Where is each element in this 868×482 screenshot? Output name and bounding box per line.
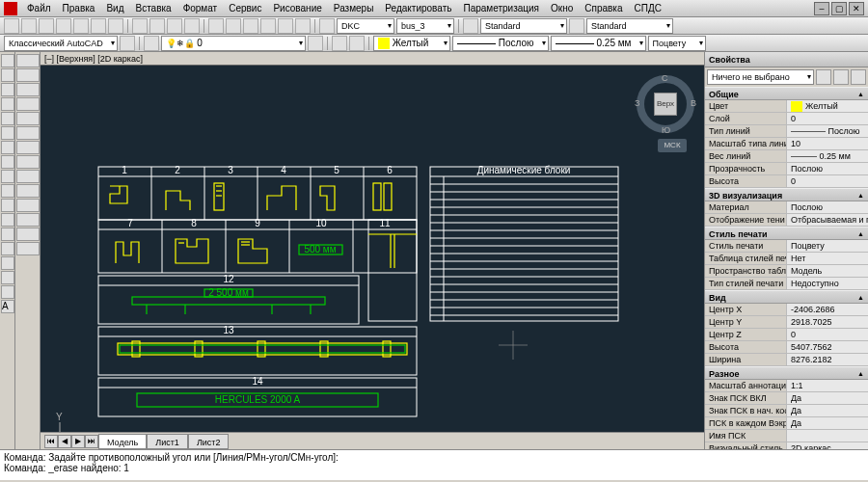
trim-tool[interactable]: [16, 141, 40, 154]
property-value[interactable]: Послою: [787, 163, 868, 174]
arc-tool[interactable]: [1, 97, 14, 111]
toolbar-button[interactable]: [184, 18, 200, 34]
tool[interactable]: [1, 242, 14, 255]
property-row[interactable]: Знак ПСК ВКЛДа: [705, 392, 868, 405]
property-value[interactable]: Модель: [787, 265, 868, 277]
toolbar-button[interactable]: [21, 18, 37, 34]
property-value[interactable]: Желтый: [787, 100, 868, 112]
menu-item[interactable]: Файл: [21, 3, 57, 13]
property-value[interactable]: 5407.7562: [787, 341, 868, 353]
property-value[interactable]: Да: [787, 417, 868, 429]
close-button[interactable]: ✕: [849, 2, 864, 15]
menu-item[interactable]: СПДС: [629, 3, 667, 13]
mtext-tool[interactable]: A: [1, 300, 14, 313]
property-row[interactable]: Тип линий———— Послою: [705, 125, 868, 138]
tool[interactable]: [1, 285, 14, 299]
property-value[interactable]: -2406.2686: [787, 304, 868, 315]
toolbar-button[interactable]: [463, 18, 478, 34]
property-value[interactable]: 10: [787, 138, 868, 149]
property-value[interactable]: Недоступно: [787, 278, 868, 289]
property-group-header[interactable]: Стиль печати: [705, 227, 868, 240]
tab-prev[interactable]: ◀: [58, 435, 71, 448]
color-dropdown[interactable]: Желтый: [373, 36, 450, 51]
toolbar-button[interactable]: [278, 18, 293, 34]
explode-tool[interactable]: [16, 228, 40, 241]
property-value[interactable]: Послою: [787, 201, 868, 213]
plotstyle-dropdown[interactable]: Поцвету: [648, 36, 706, 51]
property-row[interactable]: Отображение тениОтбрасываемая и прини...: [705, 214, 868, 227]
property-row[interactable]: Высота0: [705, 175, 868, 188]
property-row[interactable]: Ширина8276.2182: [705, 354, 868, 366]
property-row[interactable]: Таблица стилей печатиНет: [705, 253, 868, 265]
menu-item[interactable]: Правка: [57, 3, 101, 13]
property-value[interactable]: 0: [787, 175, 868, 187]
property-value[interactable]: ——— 0.25 мм: [787, 150, 868, 162]
property-row[interactable]: Вес линий——— 0.25 мм: [705, 150, 868, 163]
property-row[interactable]: Масштаб аннотаций1:1: [705, 380, 868, 392]
property-value[interactable]: Поцвету: [787, 240, 868, 252]
property-value[interactable]: ———— Послою: [787, 125, 868, 137]
block-tool[interactable]: [1, 199, 14, 212]
toolbar-button[interactable]: [208, 18, 224, 34]
menu-item[interactable]: Вид: [100, 3, 129, 13]
property-value[interactable]: 2918.7025: [787, 316, 868, 328]
rotate-tool[interactable]: [16, 83, 40, 96]
circle-tool[interactable]: [1, 83, 14, 96]
layer-dropdown[interactable]: 💡❄🔒 0: [161, 36, 306, 51]
toolbar-button[interactable]: [167, 18, 182, 34]
property-row[interactable]: МатериалПослою: [705, 201, 868, 214]
tool[interactable]: [1, 271, 14, 284]
linetype-dropdown[interactable]: Послою: [452, 36, 549, 51]
property-row[interactable]: Центр Z0: [705, 329, 868, 341]
tab-model[interactable]: Модель: [98, 434, 147, 449]
fillet-tool[interactable]: [16, 199, 40, 212]
property-row[interactable]: Слой0: [705, 113, 868, 125]
workspace-dropdown[interactable]: Классический AutoCAD: [4, 36, 118, 51]
text-tool[interactable]: [1, 184, 14, 198]
stretch-tool[interactable]: [16, 184, 40, 198]
menu-item[interactable]: Окно: [545, 3, 579, 13]
point-tool[interactable]: [1, 170, 14, 183]
property-row[interactable]: Тип стилей печатиНедоступно: [705, 278, 868, 290]
toolbar-button[interactable]: [132, 18, 148, 34]
toolbar-button[interactable]: [349, 36, 365, 51]
property-value[interactable]: [787, 430, 868, 442]
chamfer-tool[interactable]: [16, 213, 40, 227]
toolbar-button[interactable]: [73, 18, 89, 34]
tab-last[interactable]: ⏭: [85, 435, 98, 448]
tab-layout1[interactable]: Лист1: [147, 434, 188, 449]
quickselect-button[interactable]: [816, 69, 831, 85]
property-group-header[interactable]: Общие: [705, 87, 868, 100]
property-group-header[interactable]: 3D визуализация: [705, 188, 868, 201]
table-tool[interactable]: [1, 213, 14, 227]
property-value[interactable]: 0: [787, 113, 868, 124]
menu-item[interactable]: Редактировать: [379, 3, 457, 13]
property-value[interactable]: 2D каркас: [787, 442, 868, 449]
toolbar-button[interactable]: [91, 18, 106, 34]
maximize-button[interactable]: ▢: [831, 2, 847, 15]
array-tool[interactable]: [16, 126, 40, 140]
command-line[interactable]: Команда: Задайте противоположный угол ил…: [0, 449, 868, 480]
property-row[interactable]: Высота5407.7562: [705, 341, 868, 354]
tool[interactable]: [1, 256, 14, 270]
pickadd-button[interactable]: [833, 69, 849, 85]
rect-tool[interactable]: [1, 112, 14, 125]
move-tool[interactable]: [16, 54, 40, 67]
property-row[interactable]: Имя ПСК: [705, 430, 868, 442]
property-value[interactable]: 1:1: [787, 380, 868, 391]
lineweight-dropdown[interactable]: 0.25 мм: [551, 36, 646, 51]
menu-item[interactable]: Сервис: [223, 3, 267, 13]
toolbar-button[interactable]: [308, 36, 323, 51]
property-row[interactable]: Визуальный стиль2D каркас: [705, 442, 868, 449]
property-row[interactable]: ПСК в каждом ВэкранеДа: [705, 417, 868, 430]
drawing-canvas[interactable]: Верх С Ю В З МСК: [41, 66, 704, 432]
property-value[interactable]: Да: [787, 405, 868, 416]
menu-item[interactable]: Формат: [177, 3, 224, 13]
minimize-button[interactable]: –: [814, 2, 829, 15]
menu-item[interactable]: Параметризация: [457, 3, 545, 13]
property-row[interactable]: ПрозрачностьПослою: [705, 163, 868, 175]
gear-icon[interactable]: [120, 36, 135, 51]
toolbar-button[interactable]: [149, 18, 165, 34]
property-group-header[interactable]: Вид: [705, 290, 868, 304]
extend-tool[interactable]: [16, 155, 40, 169]
